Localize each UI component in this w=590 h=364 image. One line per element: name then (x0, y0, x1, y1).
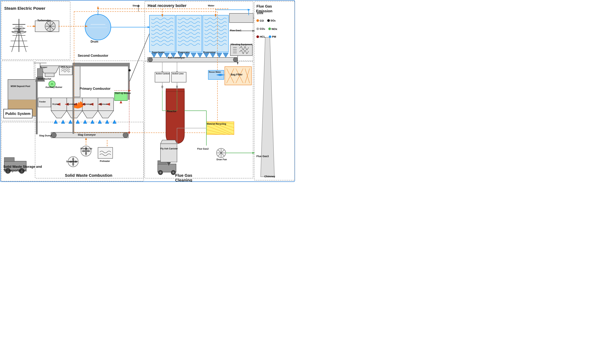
primary-air-label: Primary Air (80, 147, 92, 150)
svg-marker-63 (98, 111, 114, 118)
water-label: Water (208, 4, 215, 7)
co-dot (256, 19, 259, 22)
feeder-label: Feeder (39, 101, 46, 103)
emission-hcl-row: HCL PM (256, 35, 276, 38)
second-combustor-label: Second Combustor (78, 54, 108, 58)
svg-marker-75 (83, 120, 87, 124)
emission-pm: PM (269, 35, 276, 38)
svg-point-32 (85, 14, 111, 40)
emission-hcl: HCL (256, 35, 265, 38)
svg-rect-106 (73, 63, 74, 134)
startup-burner-label: Start-up Bumer (115, 92, 131, 95)
fly-ash-label: Fly Ash Canister (161, 147, 178, 150)
svg-marker-179 (176, 85, 178, 89)
svg-rect-149 (166, 89, 184, 91)
flue-gas3-label: Flue Gas3 (256, 155, 269, 158)
svg-marker-16 (191, 53, 196, 58)
svg-marker-127 (248, 9, 250, 11)
svg-point-102 (172, 172, 174, 174)
drum-label: Drum (91, 40, 98, 43)
superheater-label: Superheater (152, 51, 165, 54)
dran-fan-label: Dran Fan (216, 158, 227, 161)
solid-waste-combustion-title: Solid Waste Combustion (65, 173, 112, 178)
svg-marker-77 (98, 120, 102, 124)
flue-gas-cleaning-title: Flue GasCleaning (175, 173, 192, 182)
chimney-label: Chimney (264, 175, 275, 178)
hopper-label: Hopper (40, 66, 47, 68)
bag-filter-label: Bag Filter (231, 73, 243, 76)
emission-co2-row: CO₂ NOx (256, 27, 277, 31)
reactor-label: Reactor (167, 110, 176, 113)
so2-label: SO₂ (271, 19, 276, 22)
emission-co2: CO₂ (256, 27, 265, 31)
svg-marker-169 (252, 152, 255, 154)
svg-rect-3 (35, 61, 144, 178)
slag-conveyor-label: Slag Conveyor (78, 133, 96, 136)
msw-deposit-label: MSW Deposit Pool (11, 85, 30, 88)
emission-co: CO (256, 19, 264, 22)
burning1-label: Burning-1 (67, 103, 77, 105)
svg-marker-74 (76, 120, 80, 124)
dxn-label: DXN (257, 12, 263, 15)
steam-label: Steam (133, 4, 140, 7)
co2-dot (256, 27, 259, 30)
burnout-label: Burnout (100, 103, 107, 105)
active-lime-label: Active Lime (172, 72, 184, 75)
steam-electric-title: Steam Electric Power (4, 6, 45, 11)
co2-label: CO₂ (260, 27, 265, 31)
svg-point-24 (233, 58, 238, 62)
diagram-svg (0, 0, 295, 182)
hcl-dot (256, 35, 259, 38)
svg-marker-71 (54, 120, 58, 124)
public-system-title: Public System (3, 109, 33, 118)
drying-label: Drying (52, 103, 59, 105)
hcl-label: HCL (260, 35, 265, 38)
svg-marker-159 (161, 140, 177, 144)
auxiliary-burner-label: Auxiliary Bumer (45, 86, 62, 89)
svg-marker-79 (113, 120, 116, 124)
pm-label: PM (272, 35, 276, 38)
preheater-label: Preheater (100, 160, 110, 162)
svg-line-131 (130, 34, 149, 81)
svg-rect-30 (229, 13, 253, 23)
svg-rect-158 (161, 144, 177, 162)
nox-label: NOx (272, 27, 277, 31)
ash-conveyor-label: Ash conveyor (168, 56, 185, 59)
svg-rect-54 (45, 73, 54, 77)
evaporator-label: Evaporator (178, 51, 190, 54)
svg-marker-73 (68, 120, 72, 124)
msw-bucket-label: MSW Buchet (38, 78, 51, 80)
svg-marker-190 (128, 132, 130, 135)
svg-marker-17 (197, 53, 203, 58)
active-carbon-label: Active Carbon (156, 72, 170, 75)
emission-co-row: CO SO₂ (256, 19, 275, 22)
flue-gas1-label: Flue Gas1 (230, 29, 241, 32)
svg-rect-22 (148, 58, 238, 62)
nox-dot (268, 27, 271, 30)
svg-marker-72 (61, 120, 65, 124)
svg-marker-59 (67, 111, 82, 118)
reuse-water-label: Reuse Water (209, 71, 221, 73)
svg-rect-83 (74, 63, 80, 97)
svg-marker-113 (97, 6, 99, 9)
flue-gas2-label: Flue Gas2 (197, 147, 209, 150)
turbonator-label: Turbonator (37, 19, 51, 22)
svg-marker-197 (237, 62, 239, 65)
svg-rect-92 (4, 157, 14, 162)
svg-point-23 (148, 58, 153, 62)
pm-dot (269, 35, 271, 38)
co-label: CO (260, 19, 264, 22)
material-recycling-label: Material Recycling (207, 123, 226, 125)
sncr-label: SNCR System (60, 66, 73, 68)
burning2-label: Burning-2 (83, 103, 93, 105)
svg-marker-178 (161, 85, 163, 89)
svg-marker-57 (51, 111, 67, 118)
svg-marker-21 (223, 53, 228, 58)
svg-rect-108 (74, 63, 130, 66)
vibrating-equipment-label: Vibrating Equipment (231, 43, 252, 46)
emission-so2: SO₂ (267, 19, 276, 22)
economizer-label: Econnmizer (203, 51, 216, 54)
svg-marker-82 (120, 101, 122, 103)
second-air-label: Second Air (66, 160, 78, 163)
slag-dump-label: Slag Dump (39, 134, 52, 137)
